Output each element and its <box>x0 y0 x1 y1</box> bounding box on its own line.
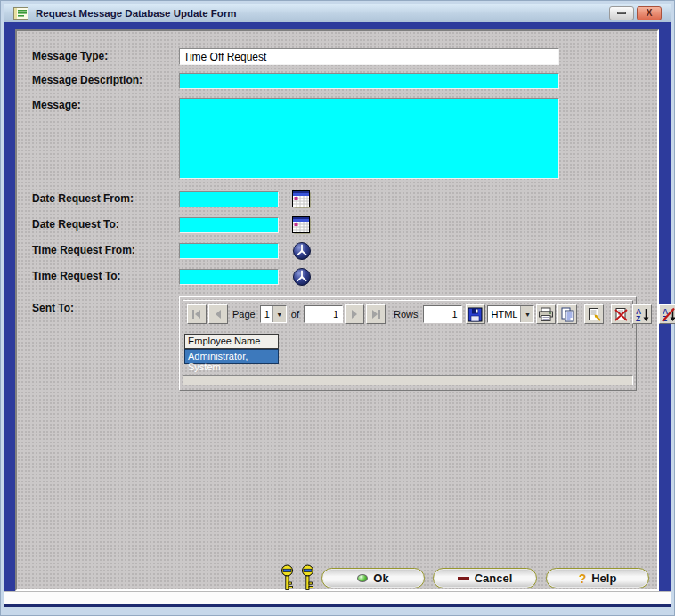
export-format-value: HTML <box>488 306 521 322</box>
message-type-label: Message Type: <box>32 50 108 62</box>
page-select[interactable]: 1 ▼ <box>260 305 287 323</box>
floppy-disk-icon <box>468 307 483 322</box>
sort-az-icon: A Z <box>635 307 650 322</box>
ok-button[interactable]: Ok <box>321 568 425 588</box>
page-select-value: 1 <box>261 306 272 322</box>
cancel-button-label: Cancel <box>475 571 513 585</box>
printer-icon <box>538 307 554 322</box>
key-icon[interactable] <box>281 564 294 591</box>
close-icon: X <box>647 8 653 18</box>
sent-to-grid: Page 1 ▼ of <box>179 296 637 391</box>
date-request-to-label: Date Request To: <box>32 218 119 231</box>
first-page-button[interactable] <box>187 304 207 324</box>
key-icon[interactable] <box>301 564 314 591</box>
minimize-button[interactable] <box>609 6 634 20</box>
of-label: of <box>289 309 302 320</box>
help-icon: ? <box>579 571 587 586</box>
first-page-icon <box>190 308 204 320</box>
status-bar <box>4 591 671 604</box>
cancel-button[interactable]: Cancel <box>433 568 537 588</box>
message-label: Message: <box>32 99 81 111</box>
date-from-calendar-button[interactable] <box>292 190 312 209</box>
form-panel: Message Type: Message Description: Messa… <box>15 29 659 591</box>
message-description-input[interactable] <box>179 73 559 89</box>
cancel-icon <box>458 577 469 580</box>
clock-icon <box>292 267 312 287</box>
table-row-selected[interactable]: Administrator, System <box>184 349 279 364</box>
sent-to-label: Sent To: <box>32 302 74 314</box>
window-client: Message Type: Message Description: Messa… <box>4 22 671 607</box>
next-page-icon <box>347 308 362 320</box>
save-button[interactable] <box>466 304 485 324</box>
dropdown-arrow-icon: ▼ <box>272 306 286 322</box>
print-button[interactable] <box>536 304 556 324</box>
export-format-select[interactable]: HTML ▼ <box>487 305 535 323</box>
clear-filter-button[interactable] <box>611 304 630 324</box>
page-label: Page <box>230 309 258 320</box>
total-pages-input[interactable] <box>304 305 343 323</box>
grid-toolbar: Page 1 ▼ of <box>183 300 633 328</box>
ok-button-label: Ok <box>373 571 388 585</box>
rows-input[interactable] <box>423 305 462 323</box>
time-request-to-label: Time Request To: <box>32 270 121 282</box>
date-request-from-label: Date Request From: <box>32 192 134 205</box>
grid-table: Employee Name Administrator, System <box>183 332 633 371</box>
date-request-from-input[interactable] <box>179 191 279 207</box>
window-controls: X <box>609 6 662 20</box>
help-button-label: Help <box>591 571 616 585</box>
message-description-label: Message Description: <box>32 74 142 86</box>
clock-icon <box>292 241 312 261</box>
last-page-icon <box>369 308 383 320</box>
time-request-from-input[interactable] <box>179 243 279 259</box>
calendar-icon <box>292 215 312 235</box>
time-from-clock-button[interactable] <box>292 241 312 261</box>
remove-sort-button[interactable]: A Z <box>659 304 675 324</box>
message-type-input[interactable] <box>179 48 559 65</box>
close-button[interactable]: X <box>637 6 662 20</box>
help-button[interactable]: ? Help <box>546 568 649 588</box>
dropdown-arrow-icon: ▼ <box>520 306 533 322</box>
message-textarea[interactable] <box>179 98 559 179</box>
date-to-calendar-button[interactable] <box>292 215 312 235</box>
horizontal-scrollbar[interactable] <box>183 375 633 385</box>
prev-page-icon <box>211 308 225 320</box>
sort-ascending-button[interactable]: A Z <box>632 304 652 324</box>
prev-page-button[interactable] <box>208 304 228 324</box>
next-page-button[interactable] <box>345 304 364 324</box>
time-request-from-label: Time Request From: <box>32 244 135 256</box>
time-request-to-input[interactable] <box>179 269 279 285</box>
copy-button[interactable] <box>557 304 577 324</box>
date-request-to-input[interactable] <box>179 217 279 233</box>
frame-border: Message Type: Message Description: Messa… <box>4 22 671 591</box>
minimize-icon <box>617 12 626 14</box>
last-page-button[interactable] <box>366 304 386 324</box>
copy-icon <box>560 307 575 322</box>
calendar-icon <box>292 190 312 209</box>
column-header-employee-name[interactable]: Employee Name <box>184 334 279 349</box>
window: Request Message Database Update Form X M… <box>0 0 675 616</box>
window-title: Request Message Database Update Form <box>36 8 609 19</box>
rows-label: Rows <box>391 309 421 320</box>
page-properties-icon <box>587 307 602 322</box>
sort-remove-icon: A Z <box>662 307 675 322</box>
form-icon <box>13 7 28 20</box>
ok-icon <box>357 574 368 582</box>
properties-button[interactable] <box>584 304 604 324</box>
title-bar: Request Message Database Update Form X <box>4 4 671 22</box>
svg-text:Z: Z <box>636 314 640 322</box>
time-to-clock-button[interactable] <box>292 267 312 287</box>
delete-page-icon <box>614 307 629 322</box>
